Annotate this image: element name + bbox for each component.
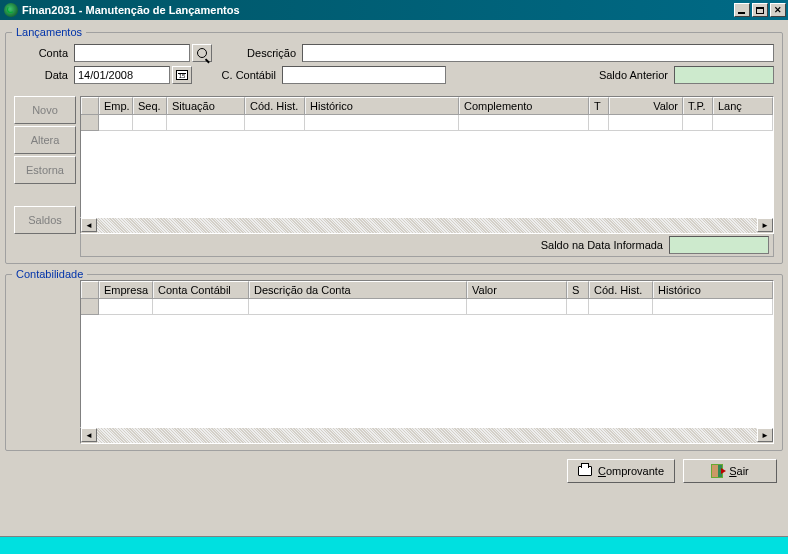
grid-col-codhist[interactable]: Cód. Hist. xyxy=(245,97,305,114)
contabilidade-grid-header: Empresa Conta Contábil Descrição da Cont… xyxy=(81,281,773,299)
printer-icon xyxy=(578,466,592,476)
novo-button[interactable]: Novo xyxy=(14,96,76,124)
grid-col-valor[interactable]: Valor xyxy=(609,97,683,114)
lancamentos-hscroll[interactable]: ◄ ► xyxy=(80,218,774,234)
scroll-left-button[interactable]: ◄ xyxy=(81,218,97,232)
contabilidade-grid[interactable]: Empresa Conta Contábil Descrição da Cont… xyxy=(80,280,774,428)
grid-col-t[interactable]: T xyxy=(589,97,609,114)
estorna-button[interactable]: Estorna xyxy=(14,156,76,184)
altera-button[interactable]: Altera xyxy=(14,126,76,154)
search-icon xyxy=(197,48,207,58)
ccontabil-field xyxy=(282,66,446,84)
scroll-track[interactable] xyxy=(97,218,757,233)
ccontabil-label: C. Contábil xyxy=(192,69,282,81)
grid2-col-empresa[interactable]: Empresa xyxy=(99,281,153,298)
data-calendar-button[interactable] xyxy=(172,66,192,84)
statusbar xyxy=(0,536,788,554)
scroll-right-button[interactable]: ► xyxy=(757,218,773,232)
grid-col-tp[interactable]: T.P. xyxy=(683,97,713,114)
titlebar: Finan2031 - Manutenção de Lançamentos ✕ xyxy=(0,0,788,20)
grid-col-seq[interactable]: Seq. xyxy=(133,97,167,114)
grid-col-rowhead[interactable] xyxy=(81,97,99,114)
scroll-left-button[interactable]: ◄ xyxy=(81,428,97,442)
comprovante-mnemonic: C xyxy=(598,465,606,477)
grid2-col-historico[interactable]: Histórico xyxy=(653,281,773,298)
lancamentos-group: Lançamentos Conta Descrição Data C. Cont… xyxy=(5,26,783,264)
app-icon xyxy=(4,3,18,17)
grid-col-situacao[interactable]: Situação xyxy=(167,97,245,114)
lancamentos-grid-header: Emp. Seq. Situação Cód. Hist. Histórico … xyxy=(81,97,773,115)
table-row[interactable] xyxy=(81,299,773,315)
grid-col-lanc[interactable]: Lanç xyxy=(713,97,773,114)
conta-input[interactable] xyxy=(74,44,190,62)
descricao-label: Descrição xyxy=(212,47,302,59)
saldo-anterior-label: Saldo Anterior xyxy=(594,69,674,81)
sair-mnemonic: S xyxy=(729,465,736,477)
scroll-track[interactable] xyxy=(97,428,757,443)
data-label: Data xyxy=(14,69,74,81)
sair-button[interactable]: Sair xyxy=(683,459,777,483)
grid2-col-s[interactable]: S xyxy=(567,281,589,298)
grid2-col-rowhead[interactable] xyxy=(81,281,99,298)
grid-col-emp[interactable]: Emp. xyxy=(99,97,133,114)
grid-col-historico[interactable]: Histórico xyxy=(305,97,459,114)
grid2-col-descricao[interactable]: Descrição da Conta xyxy=(249,281,467,298)
exit-icon xyxy=(711,464,723,478)
conta-search-button[interactable] xyxy=(192,44,212,62)
comprovante-button[interactable]: Comprovante xyxy=(567,459,675,483)
calendar-icon xyxy=(176,70,188,80)
side-buttons: Novo Altera Estorna Saldos xyxy=(14,96,76,257)
saldo-data-line: Saldo na Data Informada xyxy=(80,234,774,257)
grid-col-complemento[interactable]: Complemento xyxy=(459,97,589,114)
window-title: Finan2031 - Manutenção de Lançamentos xyxy=(22,4,240,16)
lancamentos-grid[interactable]: Emp. Seq. Situação Cód. Hist. Histórico … xyxy=(80,96,774,218)
saldo-data-label: Saldo na Data Informada xyxy=(541,239,663,251)
saldos-button[interactable]: Saldos xyxy=(14,206,76,234)
maximize-button[interactable] xyxy=(752,3,768,17)
contabilidade-group: Contabilidade Empresa Conta Contábil Des… xyxy=(5,268,783,451)
grid2-col-codhist[interactable]: Cód. Hist. xyxy=(589,281,653,298)
grid2-col-conta[interactable]: Conta Contábil xyxy=(153,281,249,298)
conta-label: Conta xyxy=(14,47,74,59)
descricao-field xyxy=(302,44,774,62)
comprovante-label: omprovante xyxy=(606,465,664,477)
contabilidade-legend: Contabilidade xyxy=(12,268,87,280)
saldo-anterior-field xyxy=(674,66,774,84)
close-button[interactable]: ✕ xyxy=(770,3,786,17)
contabilidade-hscroll[interactable]: ◄ ► xyxy=(80,428,774,444)
scroll-right-button[interactable]: ► xyxy=(757,428,773,442)
saldo-data-field xyxy=(669,236,769,254)
sair-label: air xyxy=(737,465,749,477)
table-row[interactable] xyxy=(81,115,773,131)
lancamentos-legend: Lançamentos xyxy=(12,26,86,38)
data-input[interactable] xyxy=(74,66,170,84)
grid2-col-valor[interactable]: Valor xyxy=(467,281,567,298)
minimize-button[interactable] xyxy=(734,3,750,17)
